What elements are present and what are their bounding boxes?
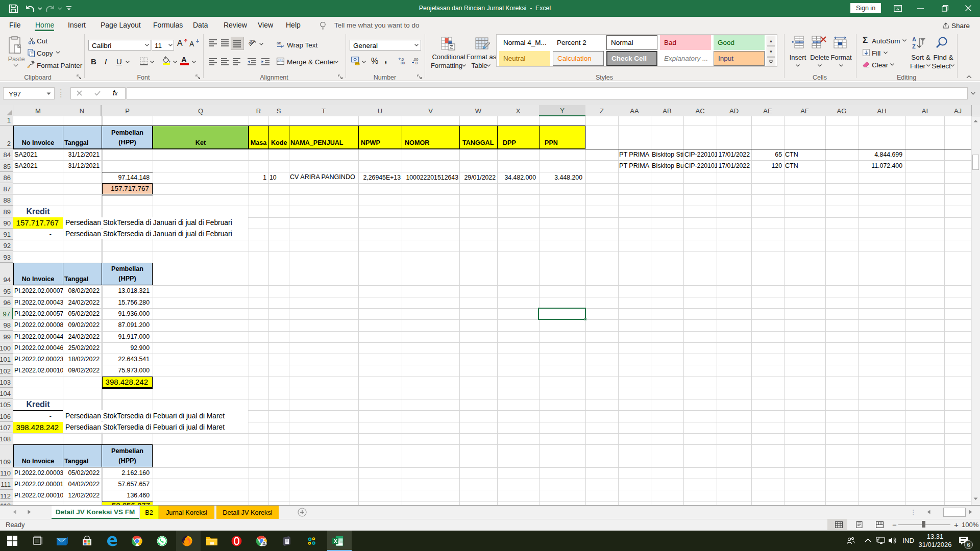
svg-text:A: A [912,36,916,42]
svg-text:Z: Z [912,43,916,49]
svg-text:ab: ab [249,39,255,46]
svg-text:.0: .0 [414,61,418,65]
svg-text:ab: ab [277,41,281,45]
svg-text:.00: .00 [400,61,405,65]
